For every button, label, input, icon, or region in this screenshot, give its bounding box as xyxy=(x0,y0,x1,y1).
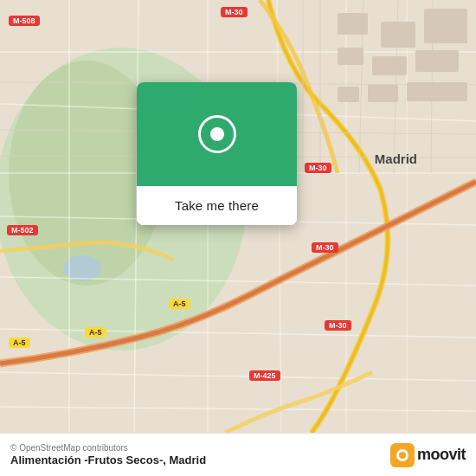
road-badge-m30-mid: M-30 xyxy=(305,163,331,173)
svg-rect-31 xyxy=(415,50,459,72)
moovit-logo: moovit xyxy=(390,443,466,467)
svg-rect-30 xyxy=(372,56,407,75)
svg-rect-33 xyxy=(368,85,398,102)
svg-rect-34 xyxy=(407,82,467,101)
road-badge-m502: M-502 xyxy=(7,225,38,235)
location-pin xyxy=(198,115,236,153)
svg-rect-32 xyxy=(338,87,359,102)
road-badge-m30-top: M-30 xyxy=(221,7,248,17)
city-label: Madrid xyxy=(375,151,417,166)
road-badge-a5-mid: A-5 xyxy=(169,299,190,309)
popup-card: Take me there xyxy=(137,82,297,225)
popup-header xyxy=(137,82,297,186)
svg-rect-28 xyxy=(424,9,467,43)
road-badge-m30-mid2: M-30 xyxy=(312,242,338,253)
svg-rect-26 xyxy=(338,13,368,35)
moovit-icon xyxy=(390,443,415,467)
copyright-text: © OpenStreetMap contributors xyxy=(10,443,206,453)
road-badge-m508: M-508 xyxy=(9,16,40,26)
location-name: Alimentación -Frutos Secos-, Madrid xyxy=(10,453,206,466)
moovit-text: moovit xyxy=(417,446,466,464)
bottom-info: © OpenStreetMap contributors Alimentació… xyxy=(10,443,206,466)
road-badge-a5-far: A-5 xyxy=(9,338,30,348)
road-badge-m425: M-425 xyxy=(249,370,280,381)
svg-rect-27 xyxy=(381,22,415,48)
svg-point-38 xyxy=(399,452,406,459)
bottom-bar: © OpenStreetMap contributors Alimentació… xyxy=(0,433,476,476)
road-badge-a5-left: A-5 xyxy=(85,327,106,338)
map-container[interactable]: Madrid M-508 M-30 M-30 M-30 M-30 A-5 A-5… xyxy=(0,0,476,433)
pin-inner-circle xyxy=(210,127,224,141)
take-me-there-button[interactable]: Take me there xyxy=(137,186,297,225)
svg-rect-29 xyxy=(338,48,363,65)
road-badge-m30-low: M-30 xyxy=(325,320,351,331)
pin-outer-circle xyxy=(198,115,236,153)
